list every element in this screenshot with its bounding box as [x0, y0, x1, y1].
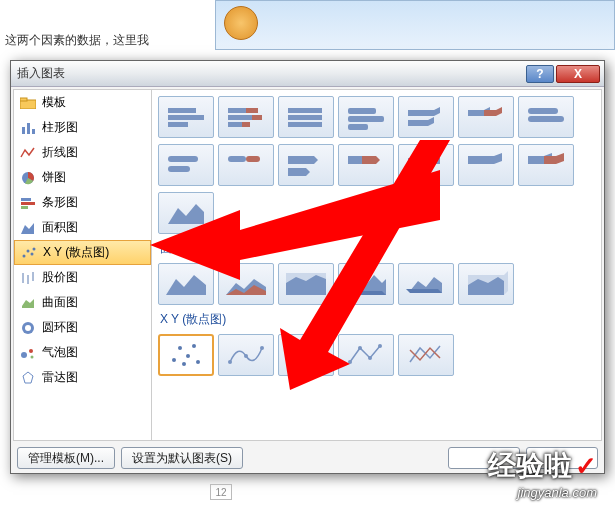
svg-rect-36: [348, 108, 376, 114]
folder-icon: [20, 95, 36, 111]
sidebar-item-column[interactable]: 柱形图: [14, 115, 151, 140]
svg-rect-30: [252, 115, 262, 120]
chart-thumb[interactable]: [158, 263, 214, 305]
close-icon: X: [574, 67, 582, 81]
chart-thumb[interactable]: [158, 192, 214, 234]
svg-point-13: [33, 247, 36, 250]
svg-rect-28: [246, 108, 258, 113]
chart-thumb[interactable]: [278, 96, 334, 138]
svg-rect-24: [168, 108, 196, 113]
manage-templates-button[interactable]: 管理模板(M)...: [17, 447, 115, 469]
chart-thumb[interactable]: [278, 263, 334, 305]
sidebar-item-label: 曲面图: [42, 294, 78, 311]
radar-chart-icon: [20, 370, 36, 386]
svg-rect-33: [288, 108, 322, 113]
close-button[interactable]: X: [556, 65, 600, 83]
gallery-row: [158, 334, 595, 376]
svg-rect-25: [168, 115, 204, 120]
chart-gallery: 面积图 X Y (散点图): [152, 90, 601, 440]
stock-chart-icon: [20, 270, 36, 286]
svg-marker-64: [346, 291, 386, 295]
chart-thumb[interactable]: [158, 96, 214, 138]
svg-point-77: [260, 346, 264, 350]
watermark-url: jingyanla.com: [488, 485, 597, 500]
chart-thumb[interactable]: [398, 96, 454, 138]
sidebar-item-pie[interactable]: 饼图: [14, 165, 151, 190]
svg-point-76: [244, 354, 248, 358]
chart-thumb-scatter-smooth[interactable]: [278, 334, 334, 376]
sidebar-item-templates[interactable]: 模板: [14, 90, 151, 115]
surface-chart-icon: [20, 295, 36, 311]
area-chart-icon: [20, 220, 36, 236]
svg-rect-43: [528, 108, 558, 114]
sidebar-item-doughnut[interactable]: 圆环图: [14, 315, 151, 340]
svg-rect-35: [288, 122, 322, 127]
svg-marker-58: [166, 275, 206, 295]
sidebar-item-surface[interactable]: 曲面图: [14, 290, 151, 315]
svg-rect-37: [348, 116, 384, 122]
chart-thumb-scatter-markers[interactable]: [158, 334, 214, 376]
sidebar-item-label: 气泡图: [42, 344, 78, 361]
svg-rect-6: [21, 198, 31, 201]
help-button[interactable]: ?: [526, 65, 554, 83]
svg-point-71: [186, 354, 190, 358]
svg-rect-31: [228, 122, 242, 127]
svg-rect-46: [168, 166, 190, 172]
chart-thumb[interactable]: [338, 96, 394, 138]
chart-thumb[interactable]: [458, 263, 514, 305]
sidebar-item-line[interactable]: 折线图: [14, 140, 151, 165]
chart-thumb-scatter-smooth-markers[interactable]: [218, 334, 274, 376]
set-default-chart-button[interactable]: 设置为默认图表(S): [121, 447, 243, 469]
svg-point-80: [368, 356, 372, 360]
chart-thumb[interactable]: [518, 96, 574, 138]
svg-point-19: [25, 325, 31, 331]
chart-thumb[interactable]: [338, 263, 394, 305]
svg-marker-17: [22, 299, 34, 308]
chart-thumb[interactable]: [458, 96, 514, 138]
svg-rect-34: [288, 115, 322, 120]
sidebar-item-radar[interactable]: 雷达图: [14, 365, 151, 390]
svg-rect-48: [246, 156, 260, 162]
svg-point-79: [358, 346, 362, 350]
chart-thumb[interactable]: [218, 263, 274, 305]
svg-point-11: [27, 249, 30, 252]
chart-thumb-scatter-lines-markers[interactable]: [338, 334, 394, 376]
sidebar-item-label: 条形图: [42, 194, 78, 211]
svg-rect-2: [22, 127, 25, 134]
sidebar-item-stock[interactable]: 股价图: [14, 265, 151, 290]
section-label-area: 面积图: [160, 240, 595, 257]
svg-rect-3: [27, 123, 30, 134]
sidebar-item-label: 面积图: [42, 219, 78, 236]
sidebar-item-scatter[interactable]: X Y (散点图): [14, 240, 151, 265]
chart-thumb[interactable]: [398, 144, 454, 186]
svg-point-72: [192, 344, 196, 348]
sidebar-item-bubble[interactable]: 气泡图: [14, 340, 151, 365]
chart-thumb[interactable]: [158, 144, 214, 186]
bubble-chart-icon: [20, 345, 36, 361]
chart-thumb[interactable]: [338, 144, 394, 186]
svg-rect-7: [21, 202, 35, 205]
chart-thumb[interactable]: [518, 144, 574, 186]
svg-marker-39: [408, 107, 440, 116]
svg-point-21: [29, 349, 33, 353]
svg-rect-44: [528, 116, 564, 122]
sidebar-item-bar[interactable]: 条形图: [14, 190, 151, 215]
sidebar-item-area[interactable]: 面积图: [14, 215, 151, 240]
chart-thumb[interactable]: [218, 96, 274, 138]
svg-rect-26: [168, 122, 188, 127]
sidebar-item-label: 雷达图: [42, 369, 78, 386]
sidebar-item-label: 折线图: [42, 144, 78, 161]
svg-marker-56: [544, 153, 564, 164]
bar-chart-icon: [20, 195, 36, 211]
svg-point-70: [178, 346, 182, 350]
chart-thumb-scatter-lines[interactable]: [398, 334, 454, 376]
chart-thumb[interactable]: [398, 263, 454, 305]
ribbon-background: [215, 0, 615, 50]
chart-thumb[interactable]: [458, 144, 514, 186]
line-chart-icon: [20, 145, 36, 161]
chart-thumb[interactable]: [278, 144, 334, 186]
svg-rect-1: [20, 98, 27, 101]
sidebar-item-label: 柱形图: [42, 119, 78, 136]
svg-point-20: [21, 352, 27, 358]
chart-thumb[interactable]: [218, 144, 274, 186]
